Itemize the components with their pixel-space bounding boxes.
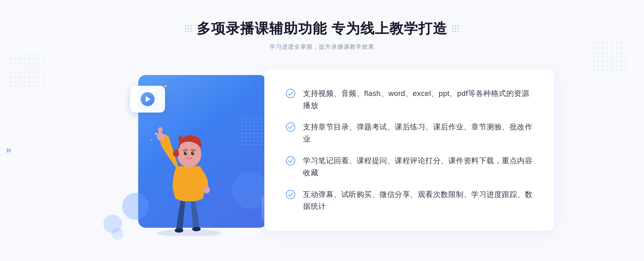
svg-point-0	[157, 229, 221, 236]
svg-point-7	[184, 151, 187, 155]
features-card: 支持视频、音频、flash、word、excel、ppt、pdf等各种格式的资源…	[264, 69, 554, 231]
feature-text-3: 学习笔记回看、课程提问、课程评论打分、课件资料下载，重点内容收藏	[303, 155, 533, 179]
play-button-icon	[141, 92, 155, 106]
card-dot-pattern	[242, 118, 263, 146]
feature-item-4: 互动弹幕、试听购买、微信分享、观看次数限制、学习进度跟踪、数据统计	[286, 184, 533, 218]
svg-point-8	[191, 151, 194, 155]
character-illustration: ✦ ✦	[138, 96, 240, 236]
page-title: 多项录播课辅助功能 专为线上教学打造	[197, 19, 447, 38]
feature-item-1: 支持视频、音频、flash、word、excel、ppt、pdf等各种格式的资源…	[286, 83, 533, 117]
play-bubble: ✦	[130, 86, 165, 113]
illustration-wrapper: ✦	[117, 64, 272, 236]
svg-point-2	[192, 227, 201, 231]
right-decorator	[452, 25, 459, 32]
svg-point-15	[286, 89, 295, 98]
svg-point-6	[177, 141, 201, 167]
svg-text:✦: ✦	[154, 132, 158, 136]
star-decoration: ✦	[163, 83, 168, 90]
svg-text:✦: ✦	[150, 138, 152, 141]
small-circle-bottom-left2	[111, 228, 123, 240]
deco-circle-1	[122, 193, 149, 220]
svg-point-9	[185, 152, 186, 153]
left-arrow-icon: »	[6, 144, 11, 156]
svg-point-10	[193, 152, 194, 153]
svg-point-18	[286, 190, 295, 199]
left-decorator	[185, 25, 192, 32]
check-icon-2	[286, 122, 295, 132]
page-container: 多项录播课辅助功能 专为线上教学打造 学习进度全掌握，提升录播课教学效果 »	[0, 0, 644, 261]
svg-point-1	[175, 228, 183, 233]
feature-text-4: 互动弹幕、试听购买、微信分享、观看次数限制、学习进度跟踪、数据统计	[303, 189, 533, 213]
svg-point-16	[286, 123, 295, 131]
svg-point-3	[203, 186, 210, 193]
svg-point-11	[181, 155, 185, 158]
check-icon-4	[286, 190, 295, 199]
page-subtitle: 学习进度全掌握，提升录播课教学效果	[185, 43, 459, 51]
feature-text-1: 支持视频、音频、flash、word、excel、ppt、pdf等各种格式的资源…	[303, 88, 533, 112]
feature-text-2: 支持章节目录、弹题考试、课后练习、课后作业、章节测验、批改作业	[303, 121, 533, 145]
title-row: 多项录播课辅助功能 专为线上教学打造	[185, 19, 459, 38]
header-section: 多项录播课辅助功能 专为线上教学打造 学习进度全掌握，提升录播课教学效果	[185, 0, 459, 51]
feature-item-3: 学习笔记回看、课程提问、课程评论打分、课件资料下载，重点内容收藏	[286, 150, 533, 184]
svg-point-17	[286, 156, 295, 165]
feature-item-2: 支持章节目录、弹题考试、课后练习、课后作业、章节测验、批改作业	[286, 116, 533, 150]
svg-point-12	[192, 155, 197, 158]
content-area: »	[0, 64, 644, 236]
check-icon-1	[286, 89, 295, 98]
play-triangle-icon	[146, 96, 151, 102]
check-icon-3	[286, 156, 295, 166]
